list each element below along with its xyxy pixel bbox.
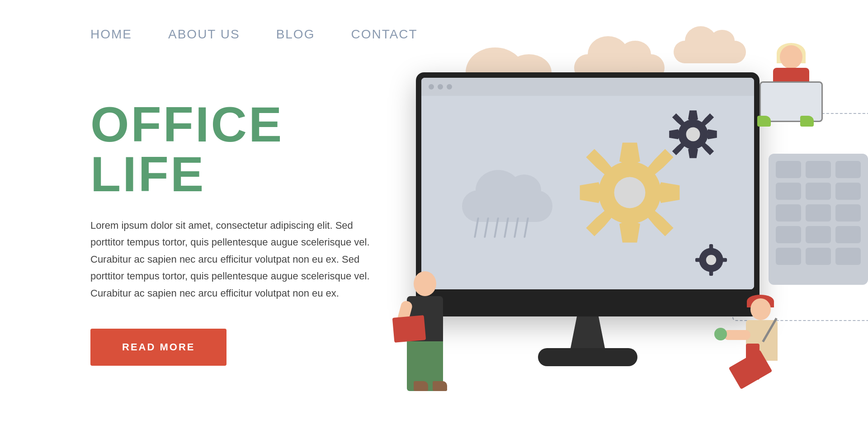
panel-cell-1 [776, 161, 801, 178]
panel-cell-11 [806, 226, 831, 243]
svg-rect-9 [721, 258, 727, 262]
svg-point-3 [686, 127, 700, 142]
panel-cell-13 [776, 248, 801, 265]
panel-cell-9 [835, 204, 861, 222]
person-kneeling [705, 298, 796, 407]
screen-cloud [458, 163, 557, 222]
person3-shoe-left [757, 116, 771, 127]
svg-rect-8 [695, 258, 702, 262]
gear-small [695, 244, 727, 276]
person2-arm [723, 330, 750, 340]
monitor-screen [421, 78, 754, 289]
person1-shoe-left [414, 381, 428, 391]
person1-shoe-right [433, 381, 447, 391]
panel-cell-12 [835, 226, 861, 243]
person2-glove [714, 328, 727, 340]
gear-medium [668, 109, 718, 159]
panel-cell-14 [806, 248, 831, 265]
monitor-stand [570, 316, 606, 353]
person1-head [414, 271, 436, 296]
panel-cell-5 [806, 183, 831, 200]
screen-body [421, 96, 754, 289]
panel-cell-10 [776, 226, 801, 243]
chrome-dot-1 [429, 84, 434, 90]
gear-large [578, 141, 682, 245]
panel-cell-3 [835, 161, 861, 178]
person3-shoes [757, 116, 814, 127]
svg-rect-6 [709, 244, 713, 250]
rain-lines [476, 217, 527, 238]
person3-shoe-right [800, 116, 814, 127]
hero-title: OFFICE LIFE [90, 99, 371, 199]
panel-cell-6 [835, 183, 861, 200]
hero-illustration [371, 0, 868, 434]
cloud-3 [674, 41, 746, 63]
person1-shoes [414, 381, 447, 391]
person1-legs [407, 341, 443, 391]
svg-rect-7 [709, 269, 713, 276]
panel-cell-8 [806, 204, 831, 222]
person3-head [780, 45, 802, 69]
panel-right [769, 154, 868, 285]
read-more-button[interactable]: READ MORE [90, 329, 226, 366]
person2-head [750, 298, 771, 320]
panel-cell-2 [806, 161, 831, 178]
person-sitting [755, 45, 827, 127]
svg-point-1 [614, 177, 646, 208]
monitor [416, 72, 760, 316]
monitor-base [538, 348, 637, 366]
hero-body: Lorem ipsum dolor sit amet, consectetur … [90, 217, 371, 302]
panel-cell-15 [835, 248, 861, 265]
person-standing [398, 271, 452, 398]
panel-cell-7 [776, 204, 801, 222]
chrome-dot-3 [447, 84, 452, 90]
nav-home[interactable]: HOME [90, 27, 132, 42]
navigation: HOME ABOUT US BLOG CONTACT [0, 0, 868, 42]
nav-about[interactable]: ABOUT US [168, 27, 240, 42]
panel-cell-4 [776, 183, 801, 200]
nav-contact[interactable]: CONTACT [351, 27, 417, 42]
hero-content: OFFICE LIFE Lorem ipsum dolor sit amet, … [90, 99, 371, 366]
nav-blog[interactable]: BLOG [276, 27, 315, 42]
chrome-dot-2 [438, 84, 443, 90]
person1-folder [392, 315, 426, 343]
svg-point-5 [706, 255, 716, 265]
screen-chrome [421, 78, 754, 96]
